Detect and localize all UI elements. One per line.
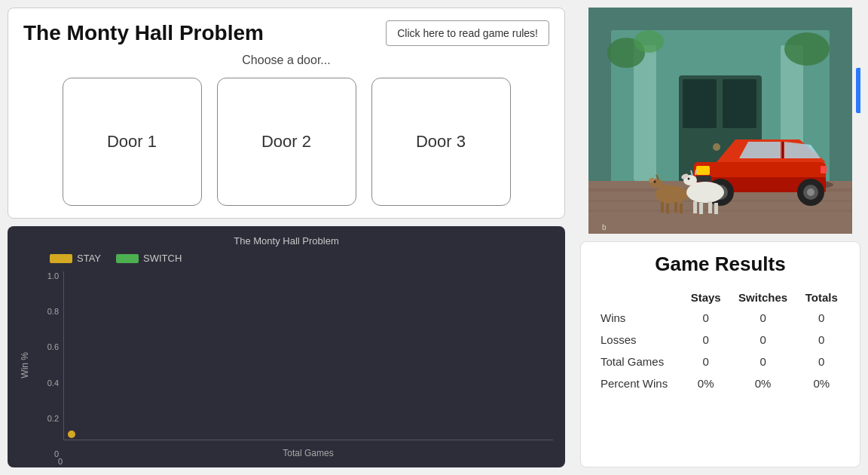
y-axis: 1.0 0.8 0.6 0.4 0.2 0 xyxy=(35,271,63,458)
percent-wins-stays: 0% xyxy=(683,372,729,394)
results-panel: Game Results Stays Switches Totals Wins … xyxy=(580,241,860,467)
game-panel-header: The Monty Hall Problem Click here to rea… xyxy=(23,20,549,46)
wins-totals: 0 xyxy=(797,307,846,329)
game-title: The Monty Hall Problem xyxy=(23,21,264,45)
doors-container: Door 1 Door 2 Door 3 xyxy=(23,78,549,206)
svg-rect-21 xyxy=(821,166,827,173)
percent-wins-switches: 0% xyxy=(729,372,797,394)
svg-rect-36 xyxy=(674,202,677,213)
results-table: Stays Switches Totals Wins 0 0 0 Losses … xyxy=(594,288,846,394)
y-tick-2: 0.8 xyxy=(47,307,59,316)
choose-door-label: Choose a door... xyxy=(23,54,549,67)
row-wins: Wins 0 0 0 xyxy=(594,307,846,329)
losses-stays: 0 xyxy=(683,329,729,351)
losses-switches: 0 xyxy=(729,329,797,351)
legend-switch: SWITCH xyxy=(116,253,182,264)
stay-label: STAY xyxy=(77,253,101,264)
svg-line-49 xyxy=(695,170,696,175)
chart-panel: The Monty Hall Problem STAY SWITCH Win % xyxy=(8,226,565,467)
svg-rect-35 xyxy=(666,204,669,213)
game-panel: The Monty Hall Problem Click here to rea… xyxy=(8,8,565,219)
svg-rect-37 xyxy=(680,204,683,213)
y-tick-3: 0.6 xyxy=(47,342,59,351)
svg-rect-6 xyxy=(683,79,717,128)
svg-rect-45 xyxy=(699,203,703,214)
svg-point-33 xyxy=(654,181,656,183)
x-axis-label: Total Games xyxy=(63,443,553,458)
svg-rect-40 xyxy=(694,182,704,192)
wins-stays: 0 xyxy=(683,307,729,329)
stay-dot xyxy=(68,431,75,438)
scene-image: b xyxy=(580,8,860,234)
svg-rect-34 xyxy=(661,202,664,213)
svg-rect-3 xyxy=(634,45,656,181)
svg-rect-44 xyxy=(693,201,697,213)
door-3[interactable]: Door 3 xyxy=(371,78,511,206)
svg-rect-20 xyxy=(696,166,710,175)
left-column: The Monty Hall Problem Click here to rea… xyxy=(0,0,573,475)
percent-wins-label: Percent Wins xyxy=(594,372,683,394)
col-header-totals: Totals xyxy=(797,288,846,307)
chart-plot-area: 0 xyxy=(63,271,553,440)
svg-point-27 xyxy=(807,188,815,196)
total-games-label: Total Games xyxy=(594,351,683,372)
chart-area: Win % 1.0 0.8 0.6 0.4 0.2 0 xyxy=(20,271,553,458)
image-panel: b xyxy=(580,8,860,234)
svg-rect-46 xyxy=(708,201,712,213)
wins-label: Wins xyxy=(594,307,683,329)
door-1[interactable]: Door 1 xyxy=(63,78,202,206)
x-axis-text: Total Games xyxy=(283,448,333,458)
x-zero-label: 0 xyxy=(58,457,63,466)
door-3-label: Door 3 xyxy=(416,132,466,152)
svg-point-43 xyxy=(688,178,690,180)
svg-point-11 xyxy=(784,32,830,66)
svg-point-29 xyxy=(655,185,688,204)
switch-swatch xyxy=(116,254,139,263)
results-title: Game Results xyxy=(594,253,846,276)
svg-point-10 xyxy=(634,30,664,53)
svg-text:b: b xyxy=(602,223,607,231)
svg-point-8 xyxy=(713,143,720,151)
wins-switches: 0 xyxy=(729,307,797,329)
svg-rect-15 xyxy=(588,210,852,212)
row-losses: Losses 0 0 0 xyxy=(594,329,846,351)
y-tick-4: 0.4 xyxy=(47,378,59,388)
row-total-games: Total Games 0 0 0 xyxy=(594,351,846,372)
losses-totals: 0 xyxy=(797,329,846,351)
door-2-label: Door 2 xyxy=(261,132,311,152)
svg-rect-30 xyxy=(660,185,669,192)
y-tick-1: 1.0 xyxy=(47,271,59,280)
y-tick-5: 0.2 xyxy=(47,414,59,423)
chart-legend: STAY SWITCH xyxy=(20,253,553,264)
switch-label: SWITCH xyxy=(143,253,182,264)
door-2[interactable]: Door 2 xyxy=(217,78,356,206)
stay-swatch xyxy=(50,254,72,263)
right-column: b Game Results Stays Switches Totals xyxy=(573,0,868,475)
total-games-stays: 0 xyxy=(683,351,729,372)
scroll-indicator[interactable] xyxy=(856,68,860,113)
col-header-stays: Stays xyxy=(683,288,729,307)
row-percent-wins: Percent Wins 0% 0% 0% xyxy=(594,372,846,394)
col-header-switches: Switches xyxy=(729,288,797,307)
results-header-row: Stays Switches Totals xyxy=(594,288,846,307)
total-games-totals: 0 xyxy=(797,351,846,372)
svg-rect-7 xyxy=(723,79,756,128)
y-axis-label: Win % xyxy=(20,352,30,378)
percent-wins-totals: 0% xyxy=(797,372,846,394)
losses-label: Losses xyxy=(594,329,683,351)
legend-stay: STAY xyxy=(50,253,101,264)
door-1-label: Door 1 xyxy=(107,132,157,152)
rules-button[interactable]: Click here to read game rules! xyxy=(386,20,549,46)
col-header-label xyxy=(594,288,683,307)
main-layout: The Monty Hall Problem Click here to rea… xyxy=(0,0,868,475)
svg-rect-28 xyxy=(696,176,711,182)
svg-rect-47 xyxy=(714,203,718,214)
chart-title: The Monty Hall Problem xyxy=(20,235,553,247)
total-games-switches: 0 xyxy=(729,351,797,372)
